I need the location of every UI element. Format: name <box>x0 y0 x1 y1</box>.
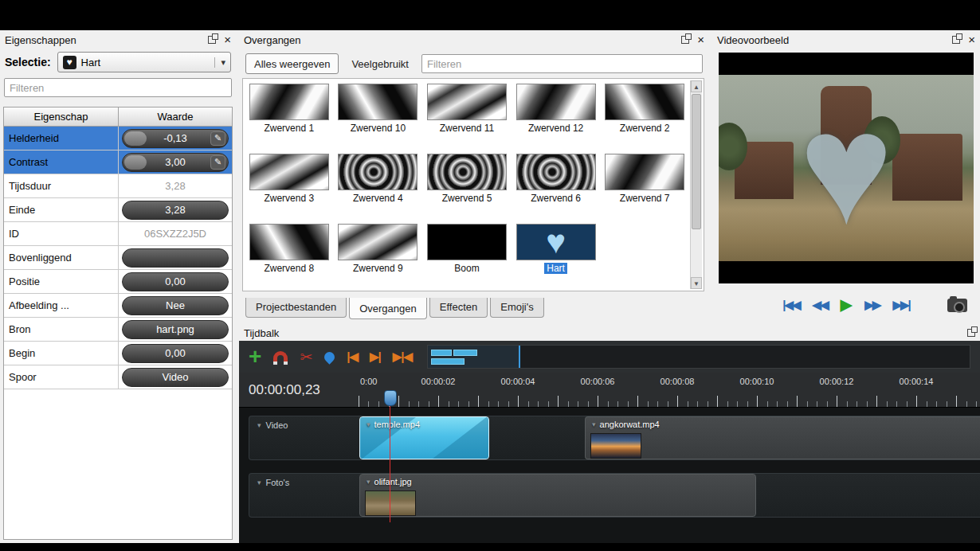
collapse-icon[interactable]: ▾ <box>257 479 261 487</box>
edit-icon[interactable]: ✎ <box>210 155 225 170</box>
scrollbar[interactable]: ▲ ▼ <box>690 80 702 289</box>
tab-effects[interactable]: Effecten <box>429 298 488 318</box>
track-label[interactable]: ▾Video <box>257 420 288 430</box>
table-row[interactable]: Begin 0,00 <box>4 342 232 365</box>
value-pill[interactable]: Video <box>122 368 229 387</box>
ruler-scale[interactable]: 0:00 00:00:02 00:00:04 00:00:06 00:00:08… <box>359 373 980 407</box>
track-video[interactable]: ▾Video ▾temple.mp4 ▾angkorwat.mp4 <box>249 416 980 460</box>
ruler-label: 00:00:04 <box>501 377 535 386</box>
transition-item[interactable]: Boom <box>422 224 512 289</box>
clip-menu-icon[interactable]: ▾ <box>367 420 370 428</box>
clip-angkorwat[interactable]: ▾angkorwat.mp4 <box>585 416 980 459</box>
clip-name-text: angkorwat.mp4 <box>600 420 660 429</box>
transition-item-selected[interactable]: ♥Hart <box>512 224 601 289</box>
razor-tool-button[interactable]: ✂ <box>300 348 312 366</box>
edit-icon[interactable]: ✎ <box>210 131 225 146</box>
transition-item[interactable]: Zwervend 12 <box>512 84 601 154</box>
undock-icon[interactable] <box>952 36 960 44</box>
zoom-window-handle[interactable] <box>428 346 520 368</box>
transition-thumbnail <box>427 154 507 190</box>
transition-item[interactable]: Zwervend 4 <box>334 154 423 224</box>
transition-name: Zwervend 12 <box>526 123 586 134</box>
table-row[interactable]: ID 06SXZZ2J5D <box>4 222 232 246</box>
slider-handle[interactable] <box>124 155 147 170</box>
add-marker-button[interactable] <box>324 352 335 362</box>
undock-icon[interactable] <box>208 36 216 44</box>
close-icon[interactable]: × <box>224 35 231 45</box>
scroll-down-icon[interactable]: ▼ <box>691 277 702 289</box>
table-row[interactable]: Bovenliggend <box>4 246 232 270</box>
table-row[interactable]: Helderheid -0,13✎ <box>4 127 232 150</box>
value-slider[interactable]: -0,13✎ <box>122 129 229 148</box>
transition-item[interactable]: Zwervend 5 <box>422 154 512 224</box>
close-icon[interactable]: × <box>968 35 975 45</box>
clip-menu-icon[interactable]: ▾ <box>592 420 596 428</box>
play-button[interactable]: ▶ <box>841 295 853 314</box>
transition-thumbnail <box>516 154 596 190</box>
undock-icon[interactable] <box>967 329 975 337</box>
clip-thumbnail <box>365 490 416 516</box>
transition-item[interactable]: Zwervend 11 <box>422 84 512 154</box>
collapse-icon[interactable]: ▾ <box>257 421 261 429</box>
clip-menu-icon[interactable]: ▾ <box>367 478 370 486</box>
transition-item[interactable]: Zwervend 2 <box>600 84 689 154</box>
transition-item[interactable]: Zwervend 1 <box>245 84 334 154</box>
timecode-display: 00:00:00,23 <box>249 373 354 408</box>
table-row[interactable]: Contrast 3,00✎ <box>4 150 232 174</box>
timeline-panel: Tijdbalk + ✂ |◀ ▶| ▶|◀ 00:00:00,23 0:00 <box>239 323 980 543</box>
tab-show-all[interactable]: Alles weergeven <box>245 53 339 74</box>
table-row[interactable]: Positie 0,00 <box>4 270 232 294</box>
clip-name-text: olifant.jpg <box>374 477 412 487</box>
tab-common[interactable]: Veelgebruikt <box>343 53 417 74</box>
transitions-filter-input[interactable] <box>421 54 703 73</box>
zoom-slider[interactable] <box>427 345 970 369</box>
slider-handle[interactable] <box>124 131 147 146</box>
undock-icon[interactable] <box>681 36 689 44</box>
close-icon[interactable]: × <box>697 35 704 45</box>
clip-olifant[interactable]: ▾olifant.jpg <box>359 474 756 517</box>
track-photos[interactable]: ▾Foto's ▾olifant.jpg <box>249 473 980 518</box>
table-row[interactable]: Afbeelding ... Nee <box>4 294 232 318</box>
value-pill[interactable]: 3,28 <box>122 201 229 220</box>
tab-emoji[interactable]: Emoji's <box>490 298 544 318</box>
transition-item[interactable]: Zwervend 3 <box>245 154 334 224</box>
tab-transitions[interactable]: Overgangen <box>349 298 427 319</box>
snapping-toggle-button[interactable] <box>273 351 288 362</box>
next-marker-button[interactable]: ▶| <box>370 350 381 364</box>
selection-dropdown[interactable]: ♥ Hart ▾ <box>57 52 231 72</box>
tab-project-files[interactable]: Projectbestanden <box>245 298 347 318</box>
fast-forward-button[interactable]: ▶▶ <box>864 298 880 312</box>
transition-item[interactable]: Zwervend 7 <box>600 154 689 224</box>
jump-end-button[interactable]: ▶▶| <box>892 298 909 312</box>
scroll-up-icon[interactable]: ▲ <box>691 80 702 92</box>
value-pill[interactable]: 0,00 <box>122 344 229 363</box>
value-pill[interactable]: hart.png <box>122 320 229 339</box>
video-viewport: ♥ <box>719 53 974 283</box>
previous-marker-button[interactable]: |◀ <box>347 350 358 364</box>
transition-item[interactable]: Zwervend 9 <box>334 224 423 289</box>
transition-item[interactable]: Zwervend 6 <box>512 154 601 224</box>
table-row[interactable]: Bron hart.png <box>4 318 232 342</box>
clip-temple[interactable]: ▾temple.mp4 <box>359 416 489 459</box>
playhead-handle[interactable] <box>384 390 397 406</box>
table-row[interactable]: Tijdsduur 3,28 <box>4 174 232 198</box>
magnet-icon <box>273 351 288 362</box>
value-pill[interactable]: 0,00 <box>122 272 229 291</box>
timeline-ruler[interactable]: 00:00:00,23 0:00 00:00:02 00:00:04 00:00… <box>239 373 980 408</box>
transition-name: Boom <box>452 263 481 274</box>
value-slider[interactable]: 3,00✎ <box>122 153 229 172</box>
scrollbar-thumb[interactable] <box>692 94 701 229</box>
table-row[interactable]: Spoor Video <box>4 365 232 389</box>
add-track-button[interactable]: + <box>249 346 261 367</box>
rewind-button[interactable]: ◀◀ <box>813 298 828 312</box>
transition-item[interactable]: Zwervend 10 <box>334 84 423 154</box>
snapshot-camera-button[interactable] <box>947 299 967 312</box>
value-pill[interactable] <box>122 248 229 268</box>
table-row[interactable]: Einde 3,28 <box>4 198 232 222</box>
center-playhead-button[interactable]: ▶|◀ <box>393 350 412 364</box>
properties-filter-input[interactable] <box>4 78 232 97</box>
track-label[interactable]: ▾Foto's <box>257 478 289 487</box>
value-pill[interactable]: Nee <box>122 296 229 315</box>
transition-item[interactable]: Zwervend 8 <box>245 224 334 289</box>
jump-start-button[interactable]: |◀◀ <box>782 298 799 312</box>
